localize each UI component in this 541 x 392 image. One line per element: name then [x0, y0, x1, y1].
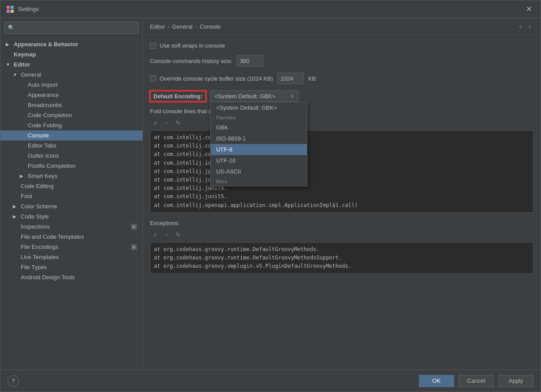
search-input[interactable]	[17, 25, 135, 31]
fold-remove-button[interactable]: −	[161, 118, 172, 128]
search-box[interactable]: 🔍	[4, 22, 139, 34]
sidebar-item-smart-keys[interactable]: ▶Smart Keys	[0, 171, 142, 181]
close-button[interactable]: ✕	[522, 3, 535, 15]
arrow-icon: ▼	[6, 62, 12, 67]
svg-rect-2	[7, 10, 10, 13]
soft-wrap-checkbox-label[interactable]: Use soft wraps in console	[150, 42, 225, 49]
sidebar-item-font[interactable]: Font	[0, 191, 142, 201]
exceptions-toolbar: + − ✎	[150, 230, 534, 240]
body: 🔍 ▶Appearance & BehaviorKeymap▼Editor▼Ge…	[0, 18, 541, 370]
override-buffer-checkbox-label[interactable]: Override console cycle buffer size (1024…	[150, 75, 273, 82]
sidebar-item-label: Inspections	[21, 223, 50, 230]
exceptions-edit-button[interactable]: ✎	[173, 230, 183, 240]
list-item: at com.intellij.junit5.	[154, 192, 530, 201]
sidebar-item-gutter-icons[interactable]: Gutter Icons	[0, 151, 142, 161]
sidebar-item-label: Code Style	[21, 213, 49, 220]
svg-rect-1	[11, 6, 14, 9]
sidebar-item-label: File Types	[21, 264, 47, 270]
breadcrumb-bar: Editor › General › Console ‹ ›	[143, 18, 541, 35]
dropdown-item-gbk[interactable]: GBK	[211, 122, 307, 133]
sidebar-item-file-encodings[interactable]: File Encodings⊞	[0, 242, 142, 252]
sidebar-item-code-completion[interactable]: Code Completion	[0, 110, 142, 120]
dropdown-selected-label: <System Default: GBK>	[214, 93, 275, 100]
bottom-bar: ? OK Cancel Apply	[0, 370, 541, 392]
soft-wrap-row: Use soft wraps in console	[150, 42, 534, 49]
fold-edit-button[interactable]: ✎	[173, 118, 183, 128]
sidebar-item-appearance-behavior[interactable]: ▶Appearance & Behavior	[0, 39, 142, 49]
history-size-input[interactable]	[237, 55, 263, 67]
list-item: at com.intellij.openapi.application.impl…	[154, 201, 530, 210]
sidebar-item-color-scheme[interactable]: ▶Color Scheme	[0, 201, 142, 211]
override-buffer-checkbox[interactable]	[150, 75, 156, 81]
encoding-dropdown-button[interactable]: <System Default: GBK> ▼	[210, 90, 298, 102]
svg-rect-0	[7, 6, 10, 9]
dropdown-separator-more: More	[211, 177, 307, 186]
sidebar-item-file-types[interactable]: File Types	[0, 262, 142, 272]
sidebar-item-editor-tabs[interactable]: Editor Tabs	[0, 141, 142, 151]
sidebar-item-console[interactable]: Console	[0, 130, 142, 141]
dropdown-item-usascii[interactable]: US-ASCII	[211, 166, 307, 177]
dropdown-item-iso8859[interactable]: ISO-8859-1	[211, 133, 307, 144]
list-item: at org.codehaus.groovy.runtime.DefaultGr…	[154, 245, 530, 254]
sidebar-item-label: Android Design Tools	[21, 274, 75, 281]
sidebar-item-label: Editor Tabs	[28, 142, 56, 149]
exceptions-list: at org.codehaus.groovy.runtime.DefaultGr…	[150, 242, 534, 274]
sidebar-item-general[interactable]: ▼General	[0, 70, 142, 80]
dialog-actions: OK Cancel Apply	[419, 375, 534, 387]
chevron-down-icon: ▼	[290, 94, 295, 99]
sidebar-item-label: Postfix Completion	[28, 163, 75, 169]
dropdown-item-utf8[interactable]: UTF-8	[211, 144, 307, 155]
sidebar-item-code-folding[interactable]: Code Folding	[0, 120, 142, 130]
dropdown-item-utf16[interactable]: UTF-16	[211, 155, 307, 166]
nav-forward-button[interactable]: ›	[526, 22, 534, 31]
sidebar-item-editor[interactable]: ▼Editor	[0, 59, 142, 70]
nav-back-button[interactable]: ‹	[516, 22, 524, 31]
arrow-icon: ▼	[13, 72, 19, 77]
sidebar-item-label: Console	[28, 132, 49, 139]
sidebar-item-appearance[interactable]: Appearance	[0, 90, 142, 100]
sidebar-item-keymap[interactable]: Keymap	[0, 49, 142, 59]
override-buffer-input[interactable]	[277, 73, 304, 84]
breadcrumb-general[interactable]: General	[172, 23, 192, 30]
sidebar-item-label: Live Templates	[21, 254, 59, 260]
sidebar-item-breadcrumbs[interactable]: Breadcrumbs	[0, 100, 142, 110]
soft-wrap-checkbox[interactable]	[150, 43, 156, 49]
badge-icon: ⊞	[131, 224, 137, 230]
sidebar-item-auto-import[interactable]: Auto Import	[0, 80, 142, 90]
sidebar-item-code-style[interactable]: ▶Code Style	[0, 211, 142, 222]
sidebar-item-label: Appearance	[28, 92, 59, 98]
sidebar-item-inspections[interactable]: Inspections⊞	[0, 222, 142, 232]
sidebar-item-label: Code Completion	[28, 112, 72, 118]
badge-icon: ⊞	[131, 244, 137, 250]
buffer-unit-label: KB	[308, 75, 316, 82]
apply-button[interactable]: Apply	[498, 375, 534, 387]
sidebar-item-label: Editor	[14, 61, 30, 68]
fold-lines-section: Fold console lines that contain: + − ✎ a…	[150, 108, 534, 213]
sidebar-item-live-templates[interactable]: Live Templates	[0, 252, 142, 262]
arrow-icon: ▶	[20, 174, 26, 178]
sidebar-item-label: Font	[21, 193, 32, 200]
sidebar: 🔍 ▶Appearance & BehaviorKeymap▼Editor▼Ge…	[0, 18, 143, 370]
exceptions-remove-button[interactable]: −	[161, 230, 172, 240]
exceptions-add-button[interactable]: +	[150, 230, 160, 240]
default-encoding-label: Default Encoding:	[150, 91, 206, 102]
svg-rect-3	[11, 10, 14, 13]
fold-lines-label: Fold console lines that contain:	[150, 108, 534, 115]
sidebar-item-android-design-tools[interactable]: Android Design Tools	[0, 272, 142, 282]
sidebar-item-file-code-templates[interactable]: File and Code Templates	[0, 232, 142, 242]
dropdown-item-system-default[interactable]: <System Default: GBK>	[211, 102, 307, 113]
help-button[interactable]: ?	[7, 375, 19, 387]
content-panel: Editor › General › Console ‹ › Use soft …	[143, 18, 541, 370]
sidebar-item-label: File and Code Templates	[21, 233, 84, 240]
breadcrumb-console[interactable]: Console	[200, 23, 221, 30]
ok-button[interactable]: OK	[419, 375, 454, 387]
breadcrumb-editor[interactable]: Editor	[150, 23, 165, 30]
sidebar-item-postfix-completion[interactable]: Postfix Completion	[0, 161, 142, 171]
fold-lines-list: at com.intellij.codeWithMe.ClientId$Comp…	[150, 130, 534, 213]
sidebar-item-label: Smart Keys	[28, 173, 57, 179]
fold-add-button[interactable]: +	[150, 118, 160, 128]
sidebar-item-code-editing[interactable]: Code Editing	[0, 181, 142, 191]
override-buffer-row: Override console cycle buffer size (1024…	[150, 73, 534, 84]
cancel-button[interactable]: Cancel	[459, 375, 494, 387]
settings-dialog: Settings ✕ 🔍 ▶Appearance & BehaviorKeyma…	[0, 0, 541, 392]
